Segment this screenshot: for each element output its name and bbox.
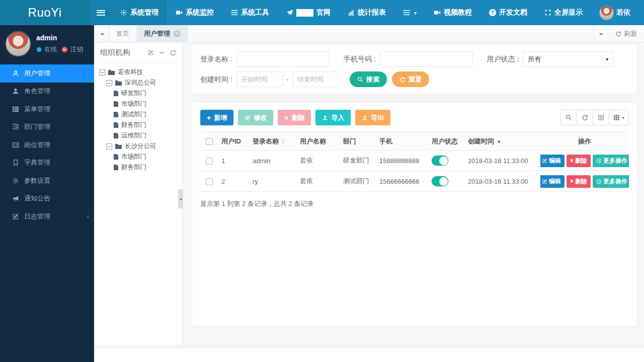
table-row: 1 admin 若依 研发部门 15888888888 2018-03-16 1… [200, 151, 629, 171]
login-name-input[interactable] [236, 51, 330, 67]
start-time-input[interactable] [236, 71, 283, 87]
logout-link[interactable]: 注销 [70, 45, 83, 54]
add-button[interactable]: + 新增 [200, 110, 233, 125]
sort-desc-icon: ▾ [498, 138, 501, 144]
row-checkbox[interactable] [206, 158, 213, 165]
sidebar-item-post-manage[interactable]: 岗位管理 [0, 136, 94, 154]
nav-item-system-tools[interactable]: 系统工具 [222, 0, 278, 25]
reset-button[interactable]: 重置 [392, 71, 429, 87]
status-toggle[interactable] [432, 176, 448, 186]
nav-item-system-manage[interactable]: 系统管理 [112, 0, 167, 25]
nav-item-label: 系统监控 [186, 8, 214, 17]
nav-item-report[interactable]: 统计报表 [339, 0, 394, 25]
tree-node[interactable]: 运维部门 [113, 130, 177, 141]
sidebar-item-label: 菜单管理 [24, 105, 50, 114]
tabs-scroll-left-button[interactable]: ◂◂ [94, 25, 109, 42]
sidebar-item-param-settings[interactable]: 参数设置 [0, 172, 94, 190]
col-create-time[interactable]: 创建时间▾ [465, 132, 540, 151]
sidebar-item-dict-manage[interactable]: 字典管理 [0, 154, 94, 172]
sidebar-toggle-button[interactable] [90, 0, 112, 25]
hamburger-icon [97, 9, 105, 17]
status-toggle[interactable] [432, 156, 448, 166]
user-menu[interactable]: 若依 [591, 0, 639, 25]
cell-dept: 研发部门 [340, 151, 376, 171]
logout-icon [61, 46, 68, 53]
nav-item-dev-docs[interactable]: ? 开发文档 [480, 0, 536, 25]
tree-node[interactable]: 市场部门 [113, 152, 177, 162]
nav-item-official-site[interactable]: 官网 [278, 0, 339, 25]
cell-login-name: ry [250, 171, 297, 192]
tree-edit-button[interactable] [147, 49, 154, 56]
tree-expander-icon[interactable] [106, 143, 112, 150]
tree-node[interactable]: 财务部门 [113, 162, 177, 173]
row-delete-button[interactable]: ×删除 [567, 175, 591, 188]
tab-home[interactable]: 首页 [109, 25, 137, 42]
nav-item-more-dropdown[interactable]: ▾ [394, 0, 425, 25]
sidebar-item-role-manage[interactable]: 角色管理 [0, 83, 94, 101]
sidebar-item-log-manage[interactable]: 日志管理 ‹ [0, 207, 94, 226]
export-button[interactable]: 导出 [355, 110, 390, 125]
sidebar-item-user-manage[interactable]: 用户管理 [0, 64, 94, 83]
folder-icon [115, 143, 122, 150]
user-status-select[interactable]: 所有 ▾ [523, 51, 613, 67]
row-delete-button[interactable]: ×删除 [567, 155, 591, 167]
tree-node[interactable]: 市场部门 [113, 99, 177, 109]
online-dot-icon [36, 47, 42, 52]
delete-button[interactable]: × 删除 [278, 110, 311, 125]
col-phone: 手机 [376, 132, 429, 151]
tree-node[interactable]: 若依科技 [99, 67, 177, 78]
row-checkbox[interactable] [206, 178, 213, 185]
id-card-icon [12, 141, 19, 149]
tab-label: 用户管理 [144, 29, 170, 38]
sidebar-item-notice[interactable]: 通知公告 [0, 190, 94, 208]
table-refresh-button[interactable] [577, 110, 593, 125]
tree-node[interactable]: 测试部门 [113, 109, 177, 120]
tree-node[interactable]: 财务部门 [113, 120, 177, 130]
tree-node-label: 财务部门 [121, 163, 146, 172]
sidebar-item-menu-manage[interactable]: 菜单管理 [0, 100, 94, 118]
col-actions: 操作 [540, 132, 629, 151]
brand-logo[interactable]: RuoYi [0, 0, 90, 25]
tree-node-label: 长沙分公司 [125, 142, 156, 151]
row-more-button[interactable]: 更多操作 [593, 175, 629, 188]
tree-node[interactable]: 长沙分公司 [106, 141, 177, 152]
tree-node[interactable]: 深圳总公司 [106, 78, 177, 88]
table-search-toggle-button[interactable] [560, 110, 577, 125]
tabs-scroll-right-button[interactable]: ▸▸ [593, 25, 608, 42]
tree-collapse-button[interactable] [158, 49, 165, 56]
nav-item-video-tutorial[interactable]: 视频教程 [425, 0, 480, 25]
import-button[interactable]: 导入 [315, 110, 351, 125]
sun-icon [12, 177, 19, 184]
org-tree-panel: 组织机构 若依科技 深圳总公司 研发部门 市场部门 [94, 42, 183, 344]
sidebar-menu: 用户管理 角色管理 菜单管理 部门管理 岗位管理 字典管理 参数设置 通知公告 [0, 64, 94, 226]
caret-down-icon: ▾ [622, 115, 624, 120]
col-login-name[interactable]: 登录名称▴▾ [250, 132, 297, 151]
panel-collapse-handle[interactable]: ◂ [178, 189, 183, 208]
tab-refresh-button[interactable]: 刷新 [608, 25, 644, 42]
tree-refresh-button[interactable] [170, 49, 176, 56]
table-columns-button[interactable]: ▾ [609, 110, 629, 125]
button-label: 导出 [371, 113, 384, 122]
close-icon[interactable]: × [174, 30, 181, 37]
row-edit-button[interactable]: 编辑 [540, 155, 565, 167]
search-icon [357, 77, 363, 83]
bar-chart-icon [348, 9, 355, 16]
double-left-arrow-icon: ◂◂ [100, 31, 103, 36]
phone-input[interactable] [380, 51, 473, 67]
nav-item-system-monitor[interactable]: 系统监控 [167, 0, 222, 25]
end-time-input[interactable] [292, 71, 339, 87]
avatar[interactable] [6, 32, 30, 56]
tree-node[interactable]: 研发部门 [113, 88, 177, 99]
tree-expander-icon[interactable] [106, 80, 112, 86]
edit-button[interactable]: 修改 [238, 110, 273, 125]
tree-expander-icon[interactable] [99, 69, 105, 76]
video-camera-icon [434, 9, 441, 16]
sidebar-item-dept-manage[interactable]: 部门管理 [0, 118, 94, 136]
tab-user-manage[interactable]: 用户管理 × [137, 25, 188, 42]
row-more-button[interactable]: 更多操作 [593, 155, 629, 167]
nav-item-fullscreen[interactable]: 全屏显示 [536, 0, 591, 25]
select-all-checkbox[interactable] [206, 138, 213, 145]
table-detail-view-button[interactable] [593, 110, 609, 125]
row-edit-button[interactable]: 编辑 [540, 175, 565, 188]
search-button[interactable]: 搜索 [350, 71, 387, 87]
